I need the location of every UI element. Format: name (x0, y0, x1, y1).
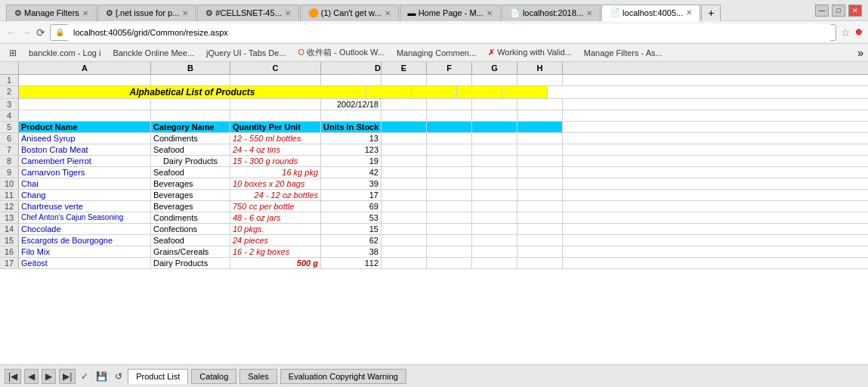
new-tab-icon[interactable]: ⊕ (855, 27, 862, 37)
bookmark-apps[interactable]: ⊞ (5, 46, 21, 60)
cell-6c[interactable]: 12 - 550 ml bottles (230, 133, 321, 144)
bookmark-banckle-meet[interactable]: Banckle Online Mee... (108, 47, 199, 59)
tab-close-6[interactable]: ✕ (686, 8, 692, 17)
cell-8b[interactable]: Dairy Products (151, 156, 230, 166)
tab-localhost-2018[interactable]: 📄 localhost:2018... ✕ (502, 5, 601, 21)
cell-3c[interactable] (230, 99, 321, 110)
cell-7d[interactable]: 123 (321, 144, 381, 155)
bookmark-banckle[interactable]: banckle.com - Log i (24, 47, 105, 59)
cell-12a[interactable]: Chartreuse verte (19, 201, 151, 212)
cell-10g[interactable] (472, 178, 517, 189)
bookmark-star[interactable]: ☆ (841, 26, 851, 39)
cell-14e[interactable] (381, 224, 427, 234)
cell-5c[interactable]: Quantity Per Unit (230, 122, 321, 132)
cell-16e[interactable] (381, 246, 427, 257)
cell-9c[interactable]: 16 kg pkg (230, 167, 321, 178)
cell-6a[interactable]: Aniseed Syrup (19, 133, 151, 144)
cell-14f[interactable] (427, 224, 472, 234)
bookmark-outlook[interactable]: O 收件箱 - Outlook W... (294, 45, 389, 60)
cell-7e[interactable] (381, 144, 427, 155)
cell-13b[interactable]: Condiments (151, 212, 230, 223)
tab-home-page[interactable]: ▬ Home Page - M... ✕ (400, 5, 501, 21)
cell-5f[interactable] (427, 122, 472, 132)
cell-8e[interactable] (381, 156, 427, 166)
maximize-button[interactable]: □ (832, 5, 845, 17)
more-bookmarks[interactable]: » (857, 47, 863, 59)
bookmark-working[interactable]: ✗ Working with Valid... (483, 46, 576, 59)
cell-2g[interactable] (457, 86, 502, 98)
tab-close-3[interactable]: ✕ (385, 9, 391, 17)
bookmark-managing[interactable]: Managing Commen... (392, 47, 480, 59)
cell-7a[interactable]: Boston Crab Meat (19, 144, 151, 155)
cell-2e[interactable] (366, 86, 412, 98)
cell-17h[interactable] (517, 258, 563, 268)
cell-4b[interactable] (151, 110, 230, 121)
cell-8h[interactable] (517, 156, 563, 166)
cell-12h[interactable] (517, 201, 563, 212)
cell-6d[interactable]: 13 (321, 133, 381, 144)
cell-3e[interactable] (381, 99, 427, 110)
sheet-nav-first[interactable]: |◀ (5, 369, 21, 384)
cell-2-title[interactable]: Alphabetical List of Products (19, 86, 366, 98)
cell-9b[interactable]: Seafood (151, 167, 230, 178)
cell-13h[interactable] (517, 212, 563, 223)
cell-12d[interactable]: 69 (321, 201, 381, 212)
tab-close-4[interactable]: ✕ (487, 9, 493, 17)
cell-5e[interactable] (381, 122, 427, 132)
cell-5g[interactable] (472, 122, 517, 132)
cell-14c[interactable]: 10 pkgs. (230, 224, 321, 234)
cell-6e[interactable] (381, 133, 427, 144)
cell-4c[interactable] (230, 110, 321, 121)
cell-3g[interactable] (472, 99, 517, 110)
cell-14a[interactable]: Chocolade (19, 224, 151, 234)
cell-15e[interactable] (381, 235, 427, 246)
cell-12c[interactable]: 750 cc per bottle (230, 201, 321, 212)
cell-10d[interactable]: 39 (321, 178, 381, 189)
cell-8a[interactable]: Camembert Pierrot (19, 156, 151, 166)
tab-localhost-4005[interactable]: 📄 localhost:4005... ✕ (601, 5, 700, 21)
sheet-tab-catalog[interactable]: Catalog (191, 369, 236, 384)
cell-15h[interactable] (517, 235, 563, 246)
cell-4g[interactable] (472, 110, 517, 121)
cell-2h[interactable] (502, 86, 548, 98)
tab-cellsnet[interactable]: ⚙ #CELLSNET-45... ✕ (197, 5, 299, 21)
sheet-nav-next[interactable]: ▶ (42, 369, 56, 384)
cell-4a[interactable] (19, 110, 151, 121)
tab-close-2[interactable]: ✕ (285, 9, 291, 17)
cell-10a[interactable]: Chai (19, 178, 151, 189)
cell-5d[interactable]: Units In Stock (321, 122, 381, 132)
cell-12f[interactable] (427, 201, 472, 212)
cell-6g[interactable] (472, 133, 517, 144)
cell-16a[interactable]: Filo Mix (19, 246, 151, 257)
cell-16b[interactable]: Grains/Cereals (151, 246, 230, 257)
cell-4e[interactable] (381, 110, 427, 121)
cell-7c[interactable]: 24 - 4 oz tins (230, 144, 321, 155)
cell-4h[interactable] (517, 110, 563, 121)
minimize-button[interactable]: — (815, 5, 829, 17)
cell-15f[interactable] (427, 235, 472, 246)
cell-9e[interactable] (381, 167, 427, 178)
cell-1g[interactable] (472, 75, 517, 85)
cell-15d[interactable]: 62 (321, 235, 381, 246)
cell-8g[interactable] (472, 156, 517, 166)
save-icon[interactable]: 💾 (96, 371, 107, 382)
close-button[interactable]: ✕ (848, 5, 862, 17)
cell-10e[interactable] (381, 178, 427, 189)
tab-close-1[interactable]: ✕ (182, 9, 188, 17)
cell-17e[interactable] (381, 258, 427, 268)
cell-11h[interactable] (517, 190, 563, 200)
cell-5h[interactable] (517, 122, 563, 132)
cell-16f[interactable] (427, 246, 472, 257)
sheet-tab-sales[interactable]: Sales (239, 369, 277, 384)
cell-11f[interactable] (427, 190, 472, 200)
cell-13c[interactable]: 48 - 6 oz jars (230, 212, 321, 223)
cell-11e[interactable] (381, 190, 427, 200)
cell-14b[interactable]: Confections (151, 224, 230, 234)
cell-13d[interactable]: 53 (321, 212, 381, 223)
cell-9g[interactable] (472, 167, 517, 178)
cell-6f[interactable] (427, 133, 472, 144)
cell-15b[interactable]: Seafood (151, 235, 230, 246)
cell-3b[interactable] (151, 99, 230, 110)
cell-6b[interactable]: Condiments (151, 133, 230, 144)
cell-10b[interactable]: Beverages (151, 178, 230, 189)
